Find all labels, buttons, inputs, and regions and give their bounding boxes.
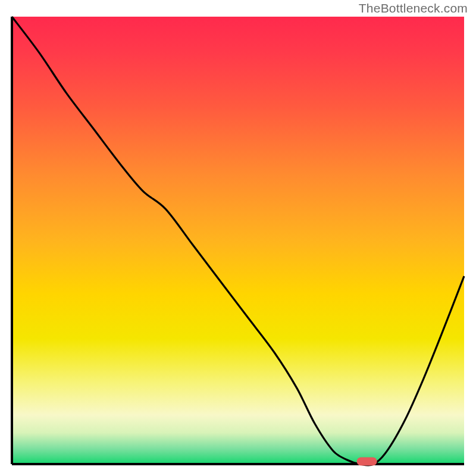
watermark-text: TheBottleneck.com	[359, 1, 468, 15]
plot-background	[12, 17, 464, 464]
bottleneck-chart	[0, 0, 476, 476]
chart-container: TheBottleneck.com	[0, 0, 476, 476]
optimal-marker	[357, 457, 377, 465]
